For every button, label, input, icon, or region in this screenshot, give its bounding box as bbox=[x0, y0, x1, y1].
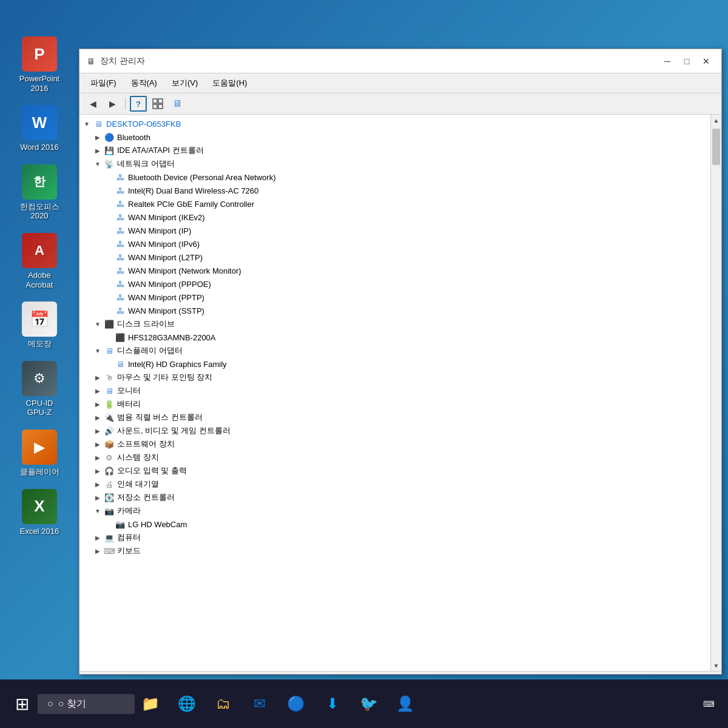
desktop-icon-powerpoint[interactable]: P PowerPoint2016 bbox=[12, 36, 67, 93]
tree-item-realtek[interactable]: ▶ 🖧 Realtek PCIe GbE Family Controller bbox=[79, 197, 710, 211]
tree-item-network[interactable]: ▼ 📡 네트워크 어댑터 bbox=[79, 157, 710, 170]
taskbar-folder[interactable]: 🗂 bbox=[207, 688, 239, 720]
tree-item-wan-sstp[interactable]: ▶ 🖧 WAN Miniport (SSTP) bbox=[79, 304, 710, 317]
taskbar-download[interactable]: ⬇ bbox=[317, 688, 348, 720]
expand-display[interactable]: ▼ bbox=[93, 346, 103, 356]
tree-item-computer[interactable]: ▶ 💻 컴퓨터 bbox=[79, 531, 710, 544]
menu-help[interactable]: 도움말(H) bbox=[206, 76, 253, 90]
tree-item-display[interactable]: ▼ 🖥 디스플레이 어댑터 bbox=[79, 344, 710, 357]
wan-pptp-label: WAN Miniport (PPTP) bbox=[128, 293, 204, 302]
tree-item-intel-hd[interactable]: ▶ 🖥 Intel(R) HD Graphics Family bbox=[79, 357, 710, 371]
tree-item-disk[interactable]: ▼ ⬛ 디스크 드라이브 bbox=[79, 317, 710, 331]
tree-item-wan-netmon[interactable]: ▶ 🖧 WAN Miniport (Network Monitor) bbox=[79, 264, 710, 277]
tree-item-keyboard[interactable]: ▶ ⌨ 키보드 bbox=[79, 544, 710, 558]
tree-item-root[interactable]: ▼ 🖥 DESKTOP-O653FKB bbox=[79, 117, 710, 130]
taskbar-file-explorer[interactable]: 📁 bbox=[135, 688, 166, 720]
desktop-icon-cpu[interactable]: ⚙ CPU-IDGPU-Z bbox=[12, 361, 67, 417]
expand-network[interactable]: ▼ bbox=[93, 159, 103, 169]
expand-system[interactable]: ▶ bbox=[93, 453, 103, 462]
tree-item-usb[interactable]: ▶ 🔌 범용 직렬 버스 컨트롤러 bbox=[79, 411, 710, 424]
tree-item-bluetooth[interactable]: ▶ 🔵 Bluetooth bbox=[79, 130, 710, 144]
scrollbar[interactable]: ▲ ▼ bbox=[710, 115, 721, 671]
expand-ide[interactable]: ▶ bbox=[93, 146, 103, 155]
window-title-icon: 🖥 bbox=[87, 56, 95, 66]
expand-battery[interactable]: ▶ bbox=[93, 399, 103, 409]
taskbar-app6[interactable]: 🐦 bbox=[353, 688, 385, 720]
expand-storage[interactable]: ▶ bbox=[93, 493, 103, 502]
start-button[interactable]: ⊞ bbox=[6, 688, 38, 720]
tree-item-monitor[interactable]: ▶ 🖥 모니터 bbox=[79, 384, 710, 397]
tree-item-wan-pppoe[interactable]: ▶ 🖧 WAN Miniport (PPPOE) bbox=[79, 277, 710, 291]
expand-monitor[interactable]: ▶ bbox=[93, 386, 103, 396]
tree-item-lg-webcam[interactable]: ▶ 📷 LG HD WebCam bbox=[79, 517, 710, 531]
taskbar-edge[interactable]: 🌐 bbox=[171, 688, 203, 720]
desktop-icon-calendar[interactable]: 📅 메모장 bbox=[12, 302, 67, 349]
tree-item-camera[interactable]: ▼ 📷 카메라 bbox=[79, 504, 710, 517]
wan-l2tp-icon: 🖧 bbox=[115, 252, 126, 263]
expand-print[interactable]: ▶ bbox=[93, 479, 103, 489]
scroll-thumb[interactable] bbox=[712, 129, 720, 165]
toolbar-help-button[interactable]: ? bbox=[130, 96, 147, 112]
menu-file[interactable]: 파일(F) bbox=[84, 76, 123, 90]
tree-item-system[interactable]: ▶ ⚙ 시스템 장치 bbox=[79, 451, 710, 464]
expand-usb[interactable]: ▶ bbox=[93, 413, 103, 422]
desktop: P PowerPoint2016 W Word 2016 한 한컴오피스2020… bbox=[0, 0, 728, 728]
tree-item-wan-l2tp[interactable]: ▶ 🖧 WAN Miniport (L2TP) bbox=[79, 251, 710, 264]
expand-sound[interactable]: ▶ bbox=[93, 426, 103, 436]
expand-root[interactable]: ▼ bbox=[82, 119, 92, 129]
battery-label: 배터리 bbox=[117, 399, 141, 410]
expand-mouse[interactable]: ▶ bbox=[93, 372, 103, 382]
expand-computer[interactable]: ▶ bbox=[93, 533, 103, 542]
cpu-icon: ⚙ bbox=[22, 361, 57, 396]
expand-camera[interactable]: ▼ bbox=[93, 506, 103, 516]
tree-panel[interactable]: ▼ 🖥 DESKTOP-O653FKB ▶ 🔵 Bluetooth ▶ 💾 ID… bbox=[79, 115, 710, 671]
desktop-icon-adobe[interactable]: A AdobeAcrobat bbox=[12, 233, 67, 289]
desktop-icon-excel[interactable]: X Excel 2016 bbox=[12, 489, 67, 536]
tree-item-ide[interactable]: ▶ 💾 IDE ATA/ATAPI 컨트롤러 bbox=[79, 144, 710, 157]
tree-item-hfs[interactable]: ▶ ⬛ HFS128G3AMNB-2200A bbox=[79, 331, 710, 344]
tree-item-wan-pptp[interactable]: ▶ 🖧 WAN Miniport (PPTP) bbox=[79, 291, 710, 304]
expand-software[interactable]: ▶ bbox=[93, 439, 103, 449]
toolbar-back-button[interactable]: ◀ bbox=[84, 96, 101, 112]
toolbar-properties-button[interactable] bbox=[149, 96, 166, 112]
tree-item-wan-ipv6[interactable]: ▶ 🖧 WAN Miniport (IPv6) bbox=[79, 237, 710, 251]
taskbar-chrome[interactable]: 🔵 bbox=[280, 688, 312, 720]
taskbar-search[interactable]: ○ ○ 찾기 bbox=[38, 694, 135, 714]
tree-item-wan-ip[interactable]: ▶ 🖧 WAN Miniport (IP) bbox=[79, 224, 710, 237]
taskbar-app7[interactable]: 👤 bbox=[389, 688, 421, 720]
wan-pptp-icon: 🖧 bbox=[115, 292, 126, 303]
storage-label: 저장소 컨트롤러 bbox=[117, 492, 175, 503]
adobe-icon: A bbox=[22, 233, 57, 268]
toolbar-monitor-button[interactable]: 🖥 bbox=[169, 96, 186, 112]
menu-view[interactable]: 보기(V) bbox=[166, 76, 204, 90]
tree-item-bt-pan[interactable]: ▶ 🖧 Bluetooth Device (Personal Area Netw… bbox=[79, 170, 710, 184]
minimize-button[interactable]: ─ bbox=[659, 55, 675, 68]
tree-item-storage[interactable]: ▶ 💽 저장소 컨트롤러 bbox=[79, 491, 710, 504]
tree-item-intel-wifi[interactable]: ▶ 🖧 Intel(R) Dual Band Wireless-AC 7260 bbox=[79, 184, 710, 197]
tree-item-software[interactable]: ▶ 📦 소프트웨어 장치 bbox=[79, 437, 710, 451]
desktop-icon-player[interactable]: ▶ 클플레이어 bbox=[12, 430, 67, 477]
tree-item-audio[interactable]: ▶ 🎧 오디오 입력 및 출력 bbox=[79, 464, 710, 477]
tree-item-sound[interactable]: ▶ 🔊 사운드, 비디오 및 게임 컨트롤러 bbox=[79, 424, 710, 437]
desktop-icon-word[interactable]: W Word 2016 bbox=[12, 105, 67, 152]
computer-icon: 🖥 bbox=[93, 118, 104, 129]
tree-item-mouse[interactable]: ▶ 🖱 마우스 및 기타 포인팅 장치 bbox=[79, 371, 710, 384]
scroll-track[interactable] bbox=[711, 126, 721, 660]
taskbar-mail[interactable]: ✉ bbox=[244, 688, 275, 720]
expand-disk[interactable]: ▼ bbox=[93, 319, 103, 329]
desktop-icon-hancom[interactable]: 한 한컴오피스2020 bbox=[12, 164, 67, 221]
scroll-down-button[interactable]: ▼ bbox=[711, 660, 722, 671]
menu-action[interactable]: 동작(A) bbox=[125, 76, 163, 90]
tree-item-battery[interactable]: ▶ 🔋 배터리 bbox=[79, 397, 710, 411]
tree-item-print[interactable]: ▶ 🖨 인쇄 대기열 bbox=[79, 477, 710, 491]
expand-keyboard[interactable]: ▶ bbox=[93, 546, 103, 556]
expand-bluetooth[interactable]: ▶ bbox=[93, 132, 103, 142]
toolbar-forward-button[interactable]: ▶ bbox=[104, 96, 121, 112]
system-label: 시스템 장치 bbox=[117, 452, 159, 463]
scroll-up-button[interactable]: ▲ bbox=[711, 115, 722, 126]
maximize-button[interactable]: □ bbox=[679, 55, 695, 68]
wan-pppoe-icon: 🖧 bbox=[115, 278, 126, 289]
expand-audio[interactable]: ▶ bbox=[93, 466, 103, 476]
close-button[interactable]: ✕ bbox=[698, 55, 714, 68]
tree-item-wan-ikev2[interactable]: ▶ 🖧 WAN Miniport (IKEv2) bbox=[79, 211, 710, 224]
